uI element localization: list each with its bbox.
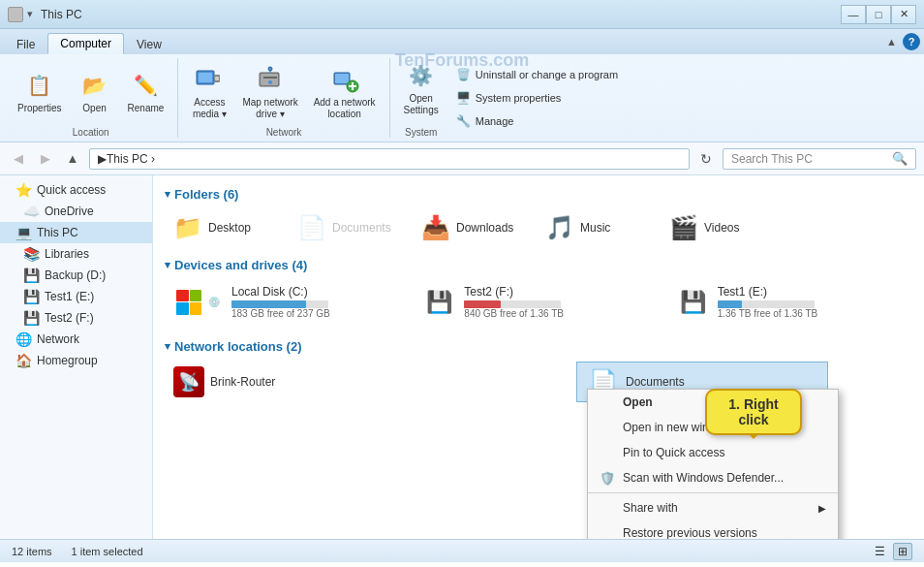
map-network-drive-button[interactable]: Map networkdrive ▾ xyxy=(236,62,303,122)
drive-f[interactable]: 💾 Test2 (F:) 840 GB free of 1.36 TB xyxy=(417,280,659,324)
ctx-restore-previous-label: Restore previous versions xyxy=(623,526,757,539)
onedrive-label: OneDrive xyxy=(45,205,94,218)
downloads-folder-icon: 📥 xyxy=(421,214,450,241)
properties-icon: 📋 xyxy=(24,70,55,101)
drive-c[interactable]: 💿 Local Disk (C:) 183 GB free of 237 GB xyxy=(165,280,406,324)
system-group-label: System xyxy=(405,125,437,138)
drive-f-bar-container xyxy=(464,300,561,308)
sidebar-item-libraries[interactable]: 📚 Libraries xyxy=(0,243,152,265)
title-bar-icons: ▾ xyxy=(8,7,33,22)
properties-button[interactable]: 📋 Properties xyxy=(12,68,68,116)
sidebar-item-test2-f[interactable]: 💾 Test2 (F:) xyxy=(0,307,152,329)
quick-access-icon: ⭐ xyxy=(15,182,31,198)
map-network-drive-icon xyxy=(255,64,286,95)
drive-e[interactable]: 💾 Test1 (E:) 1.36 TB free of 1.36 TB xyxy=(671,280,912,324)
callout-right-click-text: 1. Rightclick xyxy=(728,396,778,427)
tab-file[interactable]: File xyxy=(4,33,47,54)
ctx-share-with[interactable]: Share with ▶ xyxy=(588,495,838,520)
devices-section-header: Devices and drives (4) xyxy=(165,258,912,272)
access-media-icon xyxy=(194,64,225,95)
refresh-button[interactable]: ↻ xyxy=(695,148,717,170)
minimize-button[interactable]: — xyxy=(841,5,866,24)
rename-label: Rename xyxy=(128,103,165,114)
add-network-location-icon xyxy=(329,64,360,95)
ctx-share-with-icon xyxy=(600,500,615,516)
close-button[interactable]: ✕ xyxy=(891,5,916,24)
back-button[interactable]: ◀ xyxy=(8,148,29,170)
ribbon-collapse-icon[interactable]: ▲ xyxy=(886,36,897,47)
drive-e-size: 1.36 TB free of 1.36 TB xyxy=(718,308,904,319)
system-right-panel: 🗑️ Uninstall or change a program 🖥️ Syst… xyxy=(452,58,622,138)
tab-view[interactable]: View xyxy=(124,33,174,54)
svg-rect-3 xyxy=(215,77,219,80)
tab-computer[interactable]: Computer xyxy=(47,33,124,54)
system-properties-button[interactable]: 🖥️ System properties xyxy=(452,88,622,108)
svg-point-7 xyxy=(268,80,272,84)
up-button[interactable]: ▲ xyxy=(62,148,83,170)
status-bar: 12 items 1 item selected ☰ ⊞ xyxy=(0,539,924,562)
address-path[interactable]: ▶ This PC › xyxy=(89,148,690,170)
open-settings-button[interactable]: ⚙️ OpenSettings xyxy=(398,58,445,118)
sidebar-item-onedrive[interactable]: ☁️ OneDrive xyxy=(0,201,152,222)
drive-f-size: 840 GB free of 1.36 TB xyxy=(464,308,650,319)
access-media-label: Accessmedia ▾ xyxy=(193,97,227,120)
search-box[interactable]: Search This PC 🔍 xyxy=(723,148,916,170)
open-button[interactable]: 📂 Open xyxy=(72,68,118,116)
ribbon-group-network: Accessmedia ▾ Map networkdrive ▾ Add a n… xyxy=(182,58,389,138)
ctx-pin-quick-access-label: Pin to Quick access xyxy=(623,446,724,459)
title-bar: ▾ This PC — □ ✕ xyxy=(0,0,924,29)
ctx-scan[interactable]: 🛡️ Scan with Windows Defender... xyxy=(588,465,838,490)
rename-button[interactable]: ✏️ Rename xyxy=(122,68,170,116)
ribbon-group-system: ⚙️ OpenSettings System 🗑️ Uninstall or c… xyxy=(394,58,631,138)
sidebar-item-this-pc[interactable]: 💻 This PC xyxy=(0,222,152,243)
ribbon-group-location: 📋 Properties 📂 Open ✏️ Rename Location xyxy=(8,58,178,138)
folders-grid: 📁 Desktop 📄 Documents 📥 Downloads 🎵 Musi… xyxy=(165,209,912,246)
folder-music[interactable]: 🎵 Music xyxy=(537,209,653,246)
location-buttons: 📋 Properties 📂 Open ✏️ Rename xyxy=(12,58,169,125)
rename-icon: ✏️ xyxy=(130,70,161,101)
drive-e-bar-container xyxy=(718,300,815,308)
search-icon: 🔍 xyxy=(892,151,908,166)
ribbon: File Computer View ▲ ? 📋 Properties 📂 Op… xyxy=(0,29,924,142)
ctx-open-label: Open xyxy=(623,395,653,409)
forward-button[interactable]: ▶ xyxy=(35,148,56,170)
drive-e-bar xyxy=(718,300,742,308)
add-network-location-button[interactable]: Add a networklocation xyxy=(308,62,382,122)
sidebar-item-homegroup[interactable]: 🏠 Homegroup xyxy=(0,350,152,371)
documents-folder-label: Documents xyxy=(332,221,391,235)
manage-label: Manage xyxy=(476,115,514,127)
manage-button[interactable]: 🔧 Manage xyxy=(452,111,622,131)
window-title: This PC xyxy=(41,8,82,21)
help-button[interactable]: ? xyxy=(903,33,920,50)
access-media-button[interactable]: Accessmedia ▾ xyxy=(186,62,232,122)
backup-d-label: Backup (D:) xyxy=(45,268,106,282)
drive-e-name: Test1 (E:) xyxy=(718,285,904,299)
network-brink-router[interactable]: 📡 Brink-Router xyxy=(165,362,284,402)
ctx-restore-previous[interactable]: Restore previous versions xyxy=(588,520,838,539)
sidebar-item-network[interactable]: 🌐 Network xyxy=(0,329,152,350)
path-text: This PC › xyxy=(107,152,155,166)
details-view-button[interactable]: ☰ xyxy=(870,543,889,560)
drive-f-name: Test2 (F:) xyxy=(464,285,650,299)
sidebar-item-quick-access[interactable]: ⭐ Quick access xyxy=(0,179,152,201)
svg-rect-11 xyxy=(335,74,349,83)
folder-documents[interactable]: 📄 Documents xyxy=(289,209,405,246)
callout-right-click: 1. Rightclick xyxy=(705,389,802,435)
drive-c-icon: 💿 xyxy=(173,287,220,318)
sidebar-item-backup-d[interactable]: 💾 Backup (D:) xyxy=(0,265,152,286)
network-icon: 🌐 xyxy=(15,331,31,347)
large-icons-view-button[interactable]: ⊞ xyxy=(893,543,912,560)
sidebar-item-test1-e[interactable]: 💾 Test1 (E:) xyxy=(0,286,152,307)
ctx-sep-1 xyxy=(588,492,838,493)
sidebar: ⭐ Quick access ☁️ OneDrive 💻 This PC 📚 L… xyxy=(0,175,153,539)
ribbon-tab-bar: File Computer View ▲ ? xyxy=(0,29,924,54)
uninstall-button[interactable]: 🗑️ Uninstall or change a program xyxy=(452,65,622,84)
ctx-pin-quick-access[interactable]: Pin to Quick access xyxy=(588,440,838,465)
ctx-open-new-window-icon xyxy=(600,420,615,435)
this-pc-icon: 💻 xyxy=(15,225,31,240)
folder-downloads[interactable]: 📥 Downloads xyxy=(413,209,529,246)
maximize-button[interactable]: □ xyxy=(866,5,891,24)
folder-videos[interactable]: 🎬 Videos xyxy=(661,209,777,246)
folder-desktop[interactable]: 📁 Desktop xyxy=(165,209,281,246)
network-label: Network xyxy=(37,332,79,346)
